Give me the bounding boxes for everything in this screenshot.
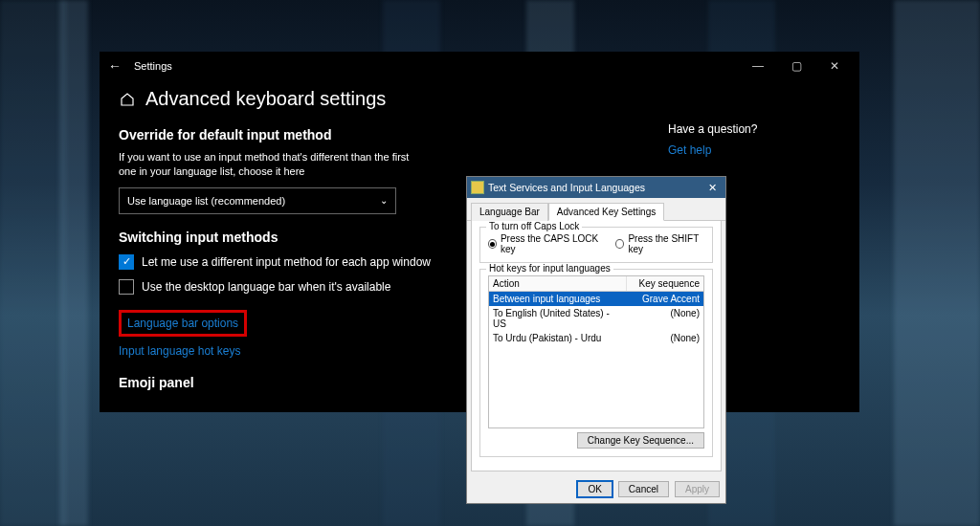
- settings-titlebar: ← Settings — ▢ ✕: [100, 52, 859, 80]
- bg-decor: [0, 0, 67, 526]
- fieldset-legend: To turn off Caps Lock: [486, 221, 582, 231]
- dialog-titlebar: Text Services and Input Languages ✕: [467, 177, 725, 198]
- tab-language-bar[interactable]: Language Bar: [471, 203, 548, 221]
- hotkey-list[interactable]: Action Key sequence Between input langua…: [488, 275, 704, 428]
- bg-decor: [59, 0, 88, 526]
- hotkey-row[interactable]: To Urdu (Pakistan) - Urdu (None): [489, 331, 703, 345]
- checkbox-label: Use the desktop language bar when it's a…: [142, 280, 390, 294]
- hotkey-action: To Urdu (Pakistan) - Urdu: [489, 331, 627, 345]
- page-title: Advanced keyboard settings: [145, 88, 386, 110]
- dialog-close-button[interactable]: ✕: [702, 182, 722, 194]
- chevron-down-icon: ⌄: [380, 195, 388, 206]
- radio-icon: [615, 239, 624, 249]
- app-name: Settings: [134, 60, 172, 72]
- checkbox-icon: [119, 279, 134, 295]
- back-button[interactable]: ←: [105, 58, 124, 74]
- input-method-dropdown[interactable]: Use language list (recommended) ⌄: [119, 187, 396, 214]
- dropdown-value: Use language list (recommended): [127, 195, 285, 207]
- hotkey-key: (None): [627, 331, 703, 345]
- dialog-body: To turn off Caps Lock Press the CAPS LOC…: [471, 221, 722, 471]
- col-action: Action: [489, 276, 627, 291]
- col-key: Key sequence: [627, 276, 703, 291]
- apply-button[interactable]: Apply: [675, 481, 720, 497]
- hotkey-row[interactable]: To English (United States) - US (None): [489, 306, 703, 331]
- radio-label: Press the SHIFT key: [628, 233, 704, 254]
- tab-advanced-key-settings[interactable]: Advanced Key Settings: [548, 203, 664, 221]
- hotkey-action: Between input languages: [489, 292, 627, 306]
- radio-shift[interactable]: Press the SHIFT key: [615, 233, 704, 254]
- text-services-dialog: Text Services and Input Languages ✕ Lang…: [466, 176, 726, 504]
- change-key-sequence-button[interactable]: Change Key Sequence...: [577, 432, 704, 449]
- fieldset-hotkeys: Hot keys for input languages Action Key …: [479, 269, 713, 457]
- hotkey-key: Grave Accent: [627, 292, 703, 306]
- maximize-button[interactable]: ▢: [777, 52, 815, 80]
- fieldset-capslock: To turn off Caps Lock Press the CAPS LOC…: [479, 227, 713, 263]
- link-language-bar-options[interactable]: Language bar options: [127, 317, 238, 330]
- link-get-help[interactable]: Get help: [668, 143, 711, 157]
- page-heading: Advanced keyboard settings: [119, 88, 530, 110]
- hotkey-row[interactable]: Between input languages Grave Accent: [489, 292, 703, 306]
- dialog-icon: [471, 181, 484, 194]
- highlight-box: Language bar options: [119, 310, 247, 337]
- minimize-button[interactable]: —: [739, 52, 777, 80]
- hotkey-key: (None): [627, 306, 703, 331]
- dialog-footer: OK Cancel Apply: [467, 475, 725, 503]
- section-override-title: Override for default input method: [119, 127, 530, 142]
- bg-decor: [894, 0, 980, 526]
- section-override-desc: If you want to use an input method that'…: [119, 150, 425, 180]
- fieldset-legend: Hot keys for input languages: [486, 263, 613, 274]
- radio-label: Press the CAPS LOCK key: [501, 233, 601, 254]
- side-question: Have a question?: [668, 122, 840, 136]
- close-button[interactable]: ✕: [815, 52, 854, 80]
- hotkey-header: Action Key sequence: [489, 276, 703, 292]
- radio-capslock[interactable]: Press the CAPS LOCK key: [488, 233, 600, 254]
- dialog-title: Text Services and Input Languages: [488, 182, 702, 193]
- dialog-tabs: Language Bar Advanced Key Settings: [467, 198, 725, 221]
- ok-button[interactable]: OK: [577, 481, 612, 497]
- checkbox-icon: [119, 254, 134, 270]
- hotkey-action: To English (United States) - US: [489, 306, 627, 331]
- radio-icon: [488, 239, 497, 249]
- home-icon[interactable]: [119, 91, 136, 108]
- cancel-button[interactable]: Cancel: [618, 481, 669, 497]
- checkbox-label: Let me use a different input method for …: [142, 255, 431, 269]
